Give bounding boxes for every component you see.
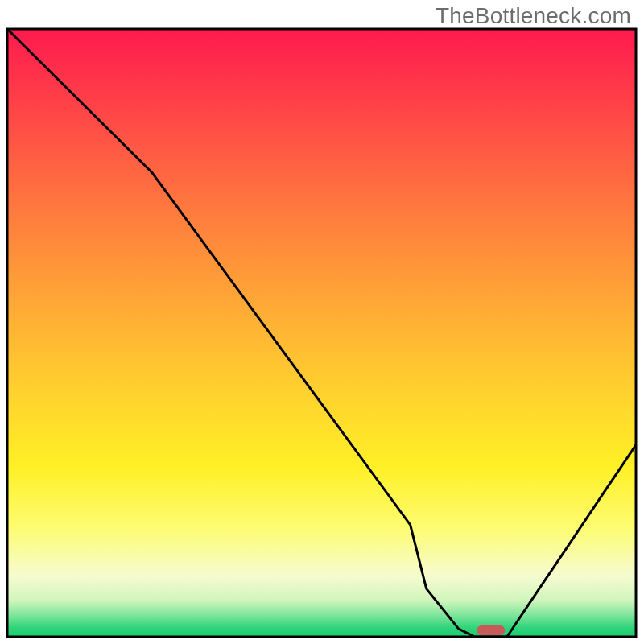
chart-container: TheBottleneck.com [0, 0, 644, 644]
bottleneck-chart-svg [0, 0, 644, 644]
chart-background [7, 29, 636, 637]
optimum-marker [477, 625, 505, 635]
